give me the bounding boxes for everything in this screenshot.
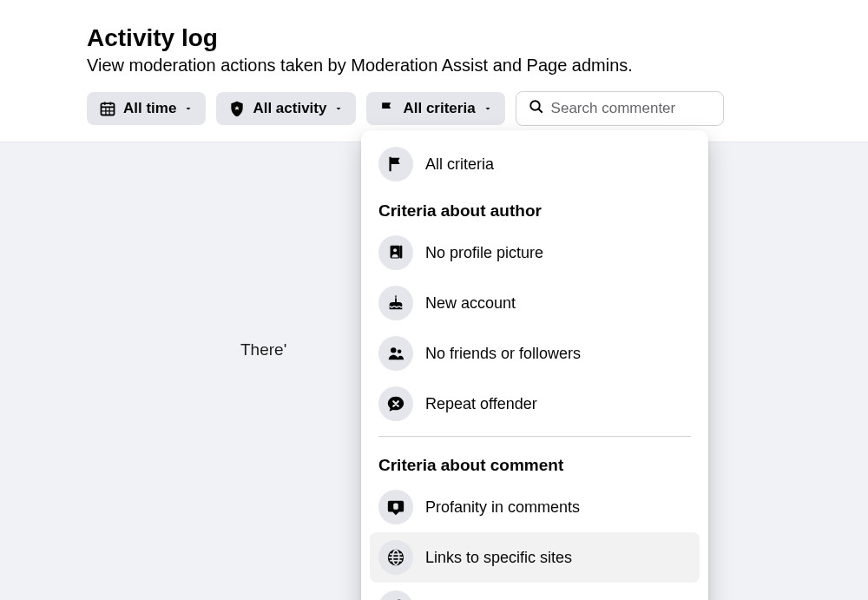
filter-time-button[interactable]: All time xyxy=(87,92,206,125)
dropdown-item-new-account[interactable]: New account xyxy=(370,278,700,328)
dropdown-item-label: No profile picture xyxy=(425,244,543,262)
filter-criteria-label: All criteria xyxy=(403,100,475,117)
svg-point-12 xyxy=(393,248,397,252)
shield-icon xyxy=(228,100,246,117)
dropdown-item-label: Profanity in comments xyxy=(425,498,580,517)
calendar-icon xyxy=(99,100,116,117)
search-input[interactable] xyxy=(551,100,711,117)
svg-point-8 xyxy=(530,101,540,110)
search-icon xyxy=(529,99,544,118)
svg-rect-16 xyxy=(393,503,398,509)
chat-alert-icon xyxy=(378,490,413,524)
filter-criteria-button[interactable]: All criteria xyxy=(366,92,504,125)
header-section: Activity log View moderation actions tak… xyxy=(0,0,868,142)
filter-row: All time All activity All criteria xyxy=(87,91,781,126)
dropdown-item-link-in-comment[interactable]: Link in comment xyxy=(370,583,700,600)
globe-icon xyxy=(378,540,413,575)
svg-point-15 xyxy=(398,349,402,353)
link-icon xyxy=(378,590,413,600)
filter-activity-button[interactable]: All activity xyxy=(216,92,356,125)
page-subtitle: View moderation actions taken by Moderat… xyxy=(87,56,781,76)
svg-rect-13 xyxy=(395,299,397,303)
svg-rect-0 xyxy=(102,103,115,115)
search-box[interactable] xyxy=(516,91,724,126)
people-icon xyxy=(378,336,413,371)
dropdown-item-all-criteria[interactable]: All criteria xyxy=(370,139,700,189)
cake-icon xyxy=(378,286,413,320)
svg-line-9 xyxy=(538,109,542,113)
dropdown-item-profanity[interactable]: Profanity in comments xyxy=(370,482,700,532)
divider xyxy=(378,436,691,437)
x-bubble-icon xyxy=(378,386,413,421)
criteria-dropdown: All criteria Criteria about author No pr… xyxy=(361,130,708,600)
dropdown-item-label: Links to specific sites xyxy=(425,549,572,567)
chevron-down-icon xyxy=(333,103,344,114)
flag-icon xyxy=(378,100,396,117)
filter-time-label: All time xyxy=(123,100,176,117)
dropdown-section-header-comment: Criteria about comment xyxy=(370,444,700,482)
chevron-down-icon xyxy=(483,103,493,114)
chevron-down-icon xyxy=(183,103,194,114)
dropdown-item-label: Repeat offender xyxy=(425,395,537,413)
page-title: Activity log xyxy=(87,24,781,52)
empty-state-text-left: There' xyxy=(240,340,286,359)
dropdown-item-no-profile-picture[interactable]: No profile picture xyxy=(370,227,700,278)
dropdown-item-no-friends[interactable]: No friends or followers xyxy=(370,328,700,379)
dropdown-section-header-author: Criteria about author xyxy=(370,189,700,227)
dropdown-item-label: All criteria xyxy=(425,155,494,174)
profile-missing-icon xyxy=(378,235,413,270)
dropdown-item-label: New account xyxy=(425,294,516,313)
flag-icon xyxy=(378,147,413,181)
dropdown-item-repeat-offender[interactable]: Repeat offender xyxy=(370,379,700,429)
svg-point-14 xyxy=(391,347,396,353)
svg-rect-11 xyxy=(400,246,403,259)
filter-activity-label: All activity xyxy=(253,100,326,117)
dropdown-item-label: No friends or followers xyxy=(425,345,581,363)
dropdown-item-links-to-sites[interactable]: Links to specific sites xyxy=(370,532,700,583)
